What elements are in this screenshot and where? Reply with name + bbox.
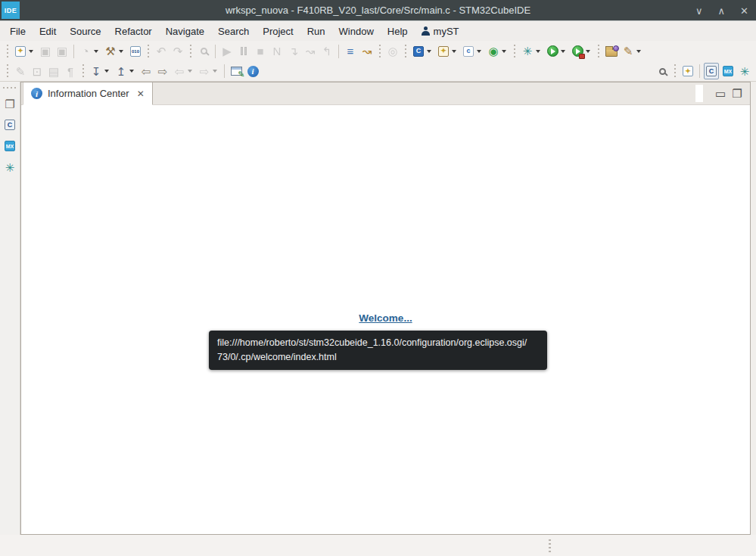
close-window-icon[interactable]: ✕ xyxy=(740,5,748,17)
toolbar-grip[interactable] xyxy=(82,64,85,78)
new-c-source-icon[interactable]: c xyxy=(461,43,476,60)
link-with-editor-icon[interactable]: ⊡ xyxy=(30,63,45,79)
new-wizard-dropdown[interactable] xyxy=(29,50,33,53)
menu-project[interactable]: Project xyxy=(256,23,300,39)
back-history-icon[interactable]: ⇦ xyxy=(138,63,154,79)
run-icon[interactable] xyxy=(545,43,560,60)
menu-file[interactable]: File xyxy=(3,23,33,39)
resume-icon[interactable]: ▶ xyxy=(219,43,235,60)
menu-run[interactable]: Run xyxy=(300,23,332,39)
external-tools-icon[interactable] xyxy=(570,43,585,60)
new-c-file-dropdown[interactable] xyxy=(427,50,431,53)
new-c-source-dropdown[interactable] xyxy=(477,50,481,53)
debug-icon[interactable]: ✳ xyxy=(520,43,535,60)
toolbar-grip[interactable] xyxy=(597,45,600,58)
minimize-view-icon[interactable]: ▭ xyxy=(713,85,728,102)
undo-icon[interactable]: ↶ xyxy=(154,43,169,60)
status-grip[interactable] xyxy=(548,539,551,553)
toolbar-grip[interactable] xyxy=(674,64,677,78)
toolbar-grip[interactable] xyxy=(6,45,9,58)
tab-close-icon[interactable]: ✕ xyxy=(137,89,145,99)
menu-source[interactable]: Source xyxy=(63,23,107,39)
build-dropdown[interactable] xyxy=(119,50,123,53)
menu-project-label: Project xyxy=(263,26,293,37)
new-stm32-project-icon[interactable]: ◉ xyxy=(486,43,501,60)
suspend-icon[interactable] xyxy=(236,43,251,60)
toolbar-grip[interactable] xyxy=(147,45,150,58)
mark-occurrences-icon[interactable]: ✎ xyxy=(13,63,28,79)
gauge-icon[interactable]: ◔ xyxy=(78,43,93,60)
forward-icon[interactable]: ⇨ xyxy=(197,63,212,79)
tooltip-line-2: 73/0/.cp/welcome/index.html xyxy=(217,350,539,365)
build-hammer-icon[interactable]: ⚒ xyxy=(103,43,118,60)
step-into-icon[interactable]: ↴ xyxy=(286,43,301,60)
menu-myst[interactable]: myST xyxy=(415,23,466,39)
menu-search[interactable]: Search xyxy=(211,23,256,39)
last-edit-location-dropdown[interactable] xyxy=(104,70,109,73)
forward-history-icon[interactable]: ⇨ xyxy=(155,63,170,79)
menu-refactor[interactable]: Refactor xyxy=(108,23,159,39)
device-configuration-icon[interactable]: ✎ xyxy=(621,43,636,60)
back-icon[interactable]: ⇦ xyxy=(172,63,187,79)
open-editor-icon[interactable]: ✎ xyxy=(229,63,244,79)
toolbar-grip[interactable] xyxy=(513,45,516,58)
minimized-views-sidebar: ❐CMX✳ xyxy=(0,82,20,535)
restore-views-icon[interactable]: ❐ xyxy=(2,95,17,112)
welcome-link[interactable]: Welcome... xyxy=(359,312,412,324)
view-toolbar-blank xyxy=(695,85,703,102)
sidebar-cpp-perspective-icon[interactable]: C xyxy=(2,116,17,133)
welcome-row: Welcome... xyxy=(21,311,750,325)
toolbar-grip[interactable] xyxy=(6,64,9,78)
new-stm32-project-dropdown[interactable] xyxy=(502,50,506,53)
sidebar-debug-perspective-icon[interactable]: ✳ xyxy=(2,159,17,175)
import-project-icon[interactable] xyxy=(604,43,619,60)
minimize-window-icon[interactable]: ∨ xyxy=(695,5,703,17)
last-edit-location-icon[interactable]: ↧ xyxy=(89,63,104,79)
go-to-top-icon[interactable]: ↥ xyxy=(114,63,129,79)
external-tools-dropdown[interactable] xyxy=(586,50,590,53)
maximize-window-icon[interactable]: ∧ xyxy=(718,5,726,17)
perspective-cpp-icon[interactable]: C xyxy=(704,63,719,79)
toolbar-grip[interactable] xyxy=(189,45,192,58)
forward-dropdown[interactable] xyxy=(213,70,217,73)
maximize-view-icon[interactable]: ❐ xyxy=(730,85,745,102)
new-c-file-icon[interactable]: C xyxy=(411,43,426,60)
menu-help[interactable]: Help xyxy=(381,23,415,39)
tab-information-center[interactable]: i Information Center ✕ xyxy=(23,82,153,105)
debug-dropdown[interactable] xyxy=(536,50,540,53)
show-selected-element-icon[interactable]: ▤ xyxy=(46,63,61,79)
device-configuration-dropdown[interactable] xyxy=(636,50,641,53)
perspective-mx-icon[interactable]: MX xyxy=(720,63,736,79)
new-project-icon[interactable]: ✦ xyxy=(436,43,451,60)
information-center-button[interactable]: i xyxy=(245,63,260,79)
sidebar-grip[interactable] xyxy=(3,86,17,89)
open-element-icon[interactable] xyxy=(196,43,211,60)
menu-window[interactable]: Window xyxy=(332,23,381,39)
instruction-stepping-icon[interactable]: ↝ xyxy=(359,43,375,60)
show-whitespace-icon[interactable]: ¶ xyxy=(63,63,78,79)
lightbulb-icon[interactable]: ◎ xyxy=(385,43,400,60)
menu-navigate[interactable]: Navigate xyxy=(159,23,211,39)
step-return-icon[interactable]: ↰ xyxy=(319,43,334,60)
disconnect-icon[interactable]: N xyxy=(269,43,285,60)
save-icon[interactable]: ▣ xyxy=(38,43,53,60)
toolbar-grip[interactable] xyxy=(378,45,381,58)
open-perspective-icon[interactable]: ✦ xyxy=(680,63,695,79)
perspective-debug-icon[interactable]: ✳ xyxy=(737,63,752,79)
show-source-icon[interactable]: ≡ xyxy=(343,43,358,60)
binary-file-icon[interactable]: 010 xyxy=(128,43,143,60)
go-to-top-dropdown[interactable] xyxy=(129,70,134,73)
step-over-icon[interactable]: ↝ xyxy=(303,43,318,60)
terminate-icon[interactable]: ■ xyxy=(253,43,268,60)
redo-icon[interactable]: ↷ xyxy=(170,43,185,60)
search-icon[interactable] xyxy=(655,63,670,79)
gauge-dropdown[interactable] xyxy=(94,50,98,53)
toolbar-grip[interactable] xyxy=(404,45,407,58)
new-project-dropdown[interactable] xyxy=(452,50,456,53)
save-all-icon[interactable]: ▣ xyxy=(54,43,70,60)
new-wizard-icon[interactable]: ✦ xyxy=(13,43,28,60)
sidebar-mx-perspective-icon[interactable]: MX xyxy=(2,138,17,154)
back-dropdown[interactable] xyxy=(188,70,192,73)
run-dropdown[interactable] xyxy=(561,50,565,53)
menu-edit[interactable]: Edit xyxy=(33,23,63,39)
